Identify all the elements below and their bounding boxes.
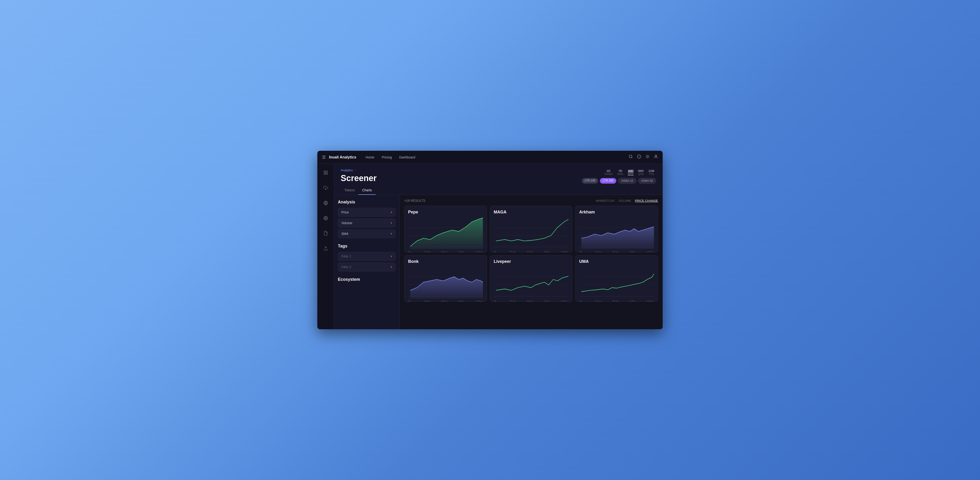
title-area: Analytics / Screener <box>340 168 377 186</box>
chart-bonk[interactable]: Bonk <box>404 255 487 302</box>
time-btn-1d[interactable]: 1D TODAY <box>602 168 615 176</box>
tab-charts[interactable]: Charts <box>358 186 375 195</box>
content-header: Analytics / Screener 1D TODAY 7D WTD <box>334 164 663 186</box>
chart-livepeer[interactable]: Livepeer 15 ...22 Apr29 Apr6 May13 May <box>490 255 573 302</box>
chart-bonk-area: 15 ...22 Apr29 Apr6 May13 May <box>408 266 483 298</box>
tags-section: Tags Filter 1 ▾ Filter 2 ▾ <box>338 244 396 271</box>
info-icon[interactable] <box>637 154 641 160</box>
time-btn-12m[interactable]: 12M YTD <box>647 168 656 176</box>
topnav-right <box>628 154 658 160</box>
time-filter-row: 1D TODAY 7D WTD 30D MTD 90D <box>602 168 656 176</box>
main-layout: Analytics / Screener 1D TODAY 7D WTD <box>317 164 663 329</box>
volume-filter[interactable]: Volume ▾ <box>338 219 396 227</box>
analysis-section: Analysis Price ▾ Volume ▾ SMA ▾ <box>338 200 396 238</box>
tags-title: Tags <box>338 244 396 249</box>
time-filters: 1D TODAY 7D WTD 30D MTD 90D <box>582 168 656 184</box>
sort-marketcap[interactable]: MARKETCAP <box>596 199 615 203</box>
menu-icon[interactable]: ☰ <box>322 155 326 160</box>
sidebar-grid-icon[interactable] <box>321 168 330 178</box>
results-count: >18 RESULTS <box>404 199 425 203</box>
body-split: Analysis Price ▾ Volume ▾ SMA ▾ <box>334 195 663 329</box>
chart-uma[interactable]: UMA 15 ...22 Apr29 Apr6 May13 May <box>575 255 658 302</box>
sidebar-doc-icon[interactable] <box>321 229 330 239</box>
chart-livepeer-area: 15 ...22 Apr29 Apr6 May13 May <box>494 266 569 298</box>
svg-rect-16 <box>324 173 325 174</box>
charts-grid: Pepe <box>404 206 658 302</box>
filter2-dropdown[interactable]: Filter 2 ▾ <box>338 263 396 271</box>
tabs-row: Tokens Charts <box>334 186 663 195</box>
time-btn-7d[interactable]: 7D WTD <box>616 168 625 176</box>
tab-tokens[interactable]: Tokens <box>340 186 358 195</box>
time-btn-90d[interactable]: 90D QTD <box>636 168 646 176</box>
filter1-dropdown[interactable]: Filter 1 ▾ <box>338 252 396 261</box>
nav-links: Home Pricing Dashboard <box>366 155 628 159</box>
indicator-ltr100[interactable]: LTR-100 <box>582 178 598 184</box>
user-icon[interactable] <box>654 154 658 160</box>
svg-point-0 <box>629 155 632 158</box>
time-btn-30d[interactable]: 30D MTD <box>626 168 635 176</box>
indicator-row: LTR-100 LTR-300 ASMA-10 ASMA-50 <box>582 178 656 184</box>
filter2-chevron: ▾ <box>391 265 392 269</box>
ecosystem-section: Ecosystem <box>338 277 396 282</box>
sidebar-target-icon[interactable] <box>321 214 330 223</box>
chart-uma-title: UMA <box>579 259 654 264</box>
nav-dashboard[interactable]: Dashboard <box>399 155 415 159</box>
svg-line-12 <box>649 155 649 155</box>
indicator-ltr300[interactable]: LTR-300 <box>600 178 616 184</box>
chart-maga-title: MAGA <box>494 210 569 215</box>
right-panel: >18 RESULTS MARKETCAP VOLUME PRICE CHANG… <box>399 195 663 329</box>
page-title: Screener <box>340 173 377 183</box>
chart-pepe-area: 15 ...22 Apr29 Apr6 May13 May <box>408 217 483 249</box>
chart-arkham-area: 15 ...22 Apr29 Apr6 May13 May <box>579 217 654 249</box>
chart-uma-axis: 15 ...22 Apr29 Apr6 May13 May <box>579 300 654 302</box>
price-chevron: ▾ <box>391 211 392 214</box>
chart-pepe-axis: 15 ...22 Apr29 Apr6 May13 May <box>408 251 483 252</box>
svg-point-22 <box>325 217 327 219</box>
svg-point-23 <box>325 218 326 218</box>
price-filter[interactable]: Price ▾ <box>338 208 396 217</box>
breadcrumb-parent[interactable]: Analytics <box>340 168 353 172</box>
search-icon[interactable] <box>628 154 633 160</box>
analysis-title: Analysis <box>338 200 396 204</box>
svg-rect-17 <box>326 173 328 174</box>
chart-maga-axis: 15 ...22 Apr29 Apr6 May13 May <box>494 251 569 252</box>
results-header: >18 RESULTS MARKETCAP VOLUME PRICE CHANG… <box>404 199 658 203</box>
chart-arkham-title: Arkham <box>579 210 654 215</box>
sort-volume[interactable]: VOLUME <box>618 199 631 203</box>
chart-arkham[interactable]: Arkham <box>575 206 658 252</box>
app-window: ☰ Inuali Analytics Home Pricing Dashboar… <box>317 151 663 329</box>
svg-rect-15 <box>326 171 328 173</box>
chart-livepeer-title: Livepeer <box>494 259 569 264</box>
sidebar-globe-icon[interactable] <box>321 199 330 208</box>
sort-pricechange[interactable]: PRICE CHANGE <box>635 199 658 203</box>
sidebar-trophy-icon[interactable] <box>321 184 330 193</box>
svg-rect-14 <box>324 171 325 173</box>
theme-icon[interactable] <box>645 154 650 160</box>
nav-pricing[interactable]: Pricing <box>382 155 392 159</box>
breadcrumb: Analytics / <box>340 168 377 172</box>
chart-pepe-title: Pepe <box>408 210 483 215</box>
svg-marker-27 <box>410 218 483 249</box>
sidebar-export-icon[interactable] <box>321 244 330 254</box>
svg-marker-38 <box>410 277 483 298</box>
sidebar-icons <box>317 164 334 329</box>
chart-maga-area: 15 ...22 Apr29 Apr6 May13 May <box>494 217 569 249</box>
svg-point-4 <box>647 156 648 157</box>
content-area: Analytics / Screener 1D TODAY 7D WTD <box>334 164 663 329</box>
chart-uma-area: 15 ...22 Apr29 Apr6 May13 May <box>579 266 654 298</box>
ecosystem-title: Ecosystem <box>338 277 396 282</box>
nav-home[interactable]: Home <box>366 155 374 159</box>
sma-filter[interactable]: SMA ▾ <box>338 229 396 238</box>
indicator-asma10[interactable]: ASMA-10 <box>618 178 636 184</box>
svg-line-8 <box>649 158 649 158</box>
indicator-asma50[interactable]: ASMA-50 <box>638 178 656 184</box>
chart-pepe[interactable]: Pepe <box>404 206 487 252</box>
chart-arkham-axis: 15 ...22 Apr29 Apr6 May13 May <box>579 251 654 252</box>
sma-chevron: ▾ <box>391 232 392 235</box>
left-panel: Analysis Price ▾ Volume ▾ SMA ▾ <box>334 195 399 329</box>
svg-line-11 <box>646 158 646 158</box>
volume-chevron: ▾ <box>391 221 392 225</box>
breadcrumb-separator: / <box>355 168 356 172</box>
svg-line-7 <box>646 155 646 155</box>
chart-maga[interactable]: MAGA 15 ...22 Apr29 Apr6 May13 May <box>490 206 573 252</box>
